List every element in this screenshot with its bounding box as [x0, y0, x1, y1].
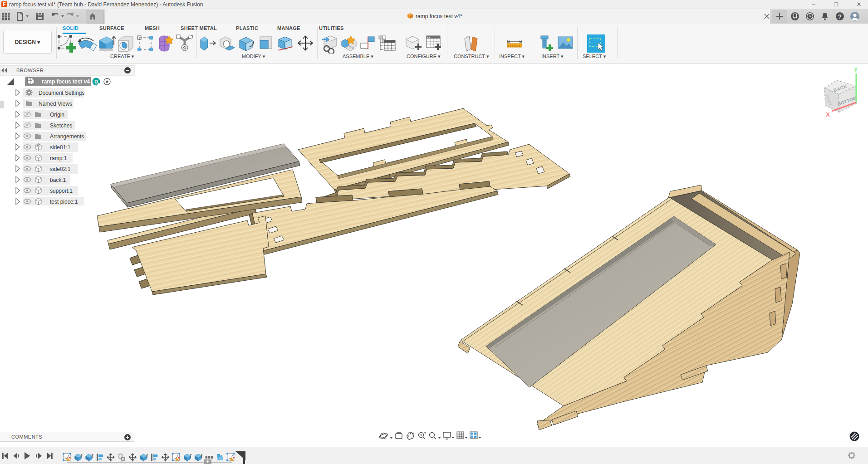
svg-text:Sketches: Sketches: [50, 122, 72, 129]
svg-text:Arrangements: Arrangements: [50, 133, 84, 140]
svg-text:Named Views: Named Views: [39, 101, 72, 107]
svg-text:side02:1: side02:1: [50, 166, 71, 172]
svg-text:side01:1: side01:1: [50, 144, 71, 151]
svg-text:ramp focus test v4: ramp focus test v4: [42, 78, 90, 85]
svg-text:Origin: Origin: [50, 112, 64, 118]
svg-text:test piece:1: test piece:1: [50, 199, 78, 205]
svg-text:?: ?: [838, 13, 842, 20]
svg-text:ramp:1: ramp:1: [50, 155, 67, 161]
svg-text:Y: Y: [854, 66, 858, 73]
svg-text:Document Settings: Document Settings: [39, 90, 84, 96]
svg-text:ramp focus test v4*: ramp focus test v4*: [416, 13, 462, 20]
svg-text:back:1: back:1: [50, 177, 66, 183]
svg-text:BROWSER: BROWSER: [16, 68, 44, 73]
svg-text:D: D: [94, 79, 98, 84]
svg-text:support:1: support:1: [50, 188, 73, 194]
svg-text:X: X: [826, 111, 830, 118]
